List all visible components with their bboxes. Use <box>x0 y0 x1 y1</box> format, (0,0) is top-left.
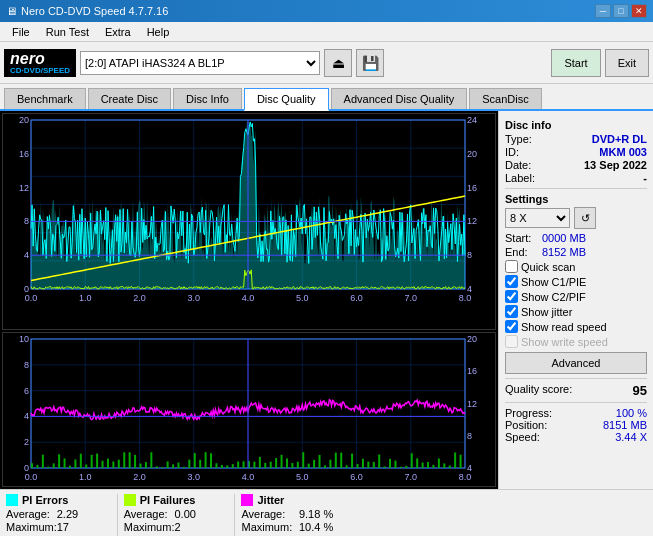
title-bar: 🖥 Nero CD-DVD Speed 4.7.7.16 ─ □ ✕ <box>0 0 653 22</box>
pi-errors-color <box>6 494 18 506</box>
top-chart <box>2 113 496 330</box>
speed-apply-button[interactable]: ↺ <box>574 207 596 229</box>
close-button[interactable]: ✕ <box>631 4 647 18</box>
advanced-button[interactable]: Advanced <box>505 352 647 374</box>
quick-scan-row[interactable]: Quick scan <box>505 260 647 273</box>
title-bar-icon: 🖥 <box>6 5 17 17</box>
tab-bar: Benchmark Create Disc Disc Info Disc Qua… <box>0 84 653 111</box>
speed-select[interactable]: 8 X <box>505 208 570 228</box>
end-mb-row: End: 8152 MB <box>505 246 647 258</box>
disc-label-row: Label: - <box>505 172 647 184</box>
exit-button[interactable]: Exit <box>605 49 649 77</box>
right-panel: Disc info Type: DVD+R DL ID: MKM 003 Dat… <box>498 111 653 489</box>
position-value: 8151 MB <box>603 419 647 431</box>
show-read-speed-label: Show read speed <box>521 321 607 333</box>
pi-failures-group: PI Failures Average: 0.00 Maximum: 2 Tot… <box>124 494 236 536</box>
show-read-speed-checkbox[interactable] <box>505 320 518 333</box>
menu-help[interactable]: Help <box>139 24 178 40</box>
tab-advanced-disc-quality[interactable]: Advanced Disc Quality <box>331 88 468 109</box>
show-c2pif-row[interactable]: Show C2/PIF <box>505 290 647 303</box>
quality-score-label: Quality score: <box>505 383 572 398</box>
disc-id-row: ID: MKM 003 <box>505 146 647 158</box>
show-jitter-label: Show jitter <box>521 306 572 318</box>
start-mb-label: Start: <box>505 232 540 244</box>
menu-extra[interactable]: Extra <box>97 24 139 40</box>
nero-subtitle: CD·DVD/SPEED <box>10 67 70 75</box>
position-row: Position: 8151 MB <box>505 419 647 431</box>
pi-errors-avg: Average: 2.29 <box>6 508 107 520</box>
disc-id-label: ID: <box>505 146 519 158</box>
pi-failures-avg: Average: 0.00 <box>124 508 225 520</box>
show-c1pie-row[interactable]: Show C1/PIE <box>505 275 647 288</box>
start-mb-row: Start: 0000 MB <box>505 232 647 244</box>
show-jitter-checkbox[interactable] <box>505 305 518 318</box>
disc-info-title: Disc info <box>505 119 647 131</box>
menu-bar: File Run Test Extra Help <box>0 22 653 42</box>
show-write-speed-row[interactable]: Show write speed <box>505 335 647 348</box>
disc-id-value: MKM 003 <box>599 146 647 158</box>
tab-create-disc[interactable]: Create Disc <box>88 88 171 109</box>
quick-scan-label: Quick scan <box>521 261 575 273</box>
disc-date-label: Date: <box>505 159 531 171</box>
maximize-button[interactable]: □ <box>613 4 629 18</box>
pi-failures-label: PI Failures <box>140 494 196 506</box>
quality-score-value: 95 <box>633 383 647 398</box>
eject-icon-button[interactable]: ⏏ <box>324 49 352 77</box>
disc-label-value: - <box>643 172 647 184</box>
position-label: Position: <box>505 419 547 431</box>
nero-logo-text: nero <box>10 51 45 67</box>
toolbar: nero CD·DVD/SPEED [2:0] ATAPI iHAS324 A … <box>0 42 653 84</box>
show-c1pie-checkbox[interactable] <box>505 275 518 288</box>
end-mb-label: End: <box>505 246 540 258</box>
show-jitter-row[interactable]: Show jitter <box>505 305 647 318</box>
title-bar-title: Nero CD-DVD Speed 4.7.7.16 <box>21 5 168 17</box>
progress-row: Progress: 100 % <box>505 407 647 419</box>
divider-1 <box>505 188 647 189</box>
tab-disc-quality[interactable]: Disc Quality <box>244 88 329 111</box>
disc-type-row: Type: DVD+R DL <box>505 133 647 145</box>
show-c2pif-label: Show C2/PIF <box>521 291 586 303</box>
jitter-max: Maximum: 10.4 % <box>241 521 348 533</box>
pi-failures-color <box>124 494 136 506</box>
disc-type-label: Type: <box>505 133 532 145</box>
menu-run-test[interactable]: Run Test <box>38 24 97 40</box>
nero-logo: nero CD·DVD/SPEED <box>4 49 76 77</box>
disc-label-label: Label: <box>505 172 535 184</box>
jitter-group: Jitter Average: 9.18 % Maximum: 10.4 % P… <box>241 494 358 536</box>
pi-failures-max: Maximum: 2 <box>124 521 225 533</box>
show-read-speed-row[interactable]: Show read speed <box>505 320 647 333</box>
show-write-speed-checkbox[interactable] <box>505 335 518 348</box>
start-button[interactable]: Start <box>551 49 600 77</box>
pi-errors-label: PI Errors <box>22 494 68 506</box>
speed-label: Speed: <box>505 431 540 443</box>
save-icon-button[interactable]: 💾 <box>356 49 384 77</box>
drive-selector[interactable]: [2:0] ATAPI iHAS324 A BL1P <box>80 51 320 75</box>
progress-value: 100 % <box>616 407 647 419</box>
progress-label: Progress: <box>505 407 552 419</box>
tab-benchmark[interactable]: Benchmark <box>4 88 86 109</box>
speed-setting-row: 8 X ↺ <box>505 207 647 229</box>
start-mb-value: 0000 MB <box>542 232 586 244</box>
disc-type-value: DVD+R DL <box>592 133 647 145</box>
bottom-chart <box>2 332 496 487</box>
main-content: Disc info Type: DVD+R DL ID: MKM 003 Dat… <box>0 111 653 489</box>
show-c1pie-label: Show C1/PIE <box>521 276 586 288</box>
divider-2 <box>505 378 647 379</box>
disc-date-row: Date: 13 Sep 2022 <box>505 159 647 171</box>
tab-scan-disc[interactable]: ScanDisc <box>469 88 541 109</box>
minimize-button[interactable]: ─ <box>595 4 611 18</box>
speed-value: 3.44 X <box>615 431 647 443</box>
quick-scan-checkbox[interactable] <box>505 260 518 273</box>
disc-date-value: 13 Sep 2022 <box>584 159 647 171</box>
settings-title: Settings <box>505 193 647 205</box>
show-write-speed-label: Show write speed <box>521 336 608 348</box>
quality-score-row: Quality score: 95 <box>505 383 647 398</box>
pi-errors-max: Maximum: 17 <box>6 521 107 533</box>
menu-file[interactable]: File <box>4 24 38 40</box>
stats-bar: PI Errors Average: 2.29 Maximum: 17 Tota… <box>0 489 653 536</box>
jitter-label: Jitter <box>257 494 284 506</box>
pi-errors-group: PI Errors Average: 2.29 Maximum: 17 Tota… <box>6 494 118 536</box>
tab-disc-info[interactable]: Disc Info <box>173 88 242 109</box>
end-mb-value: 8152 MB <box>542 246 586 258</box>
show-c2pif-checkbox[interactable] <box>505 290 518 303</box>
